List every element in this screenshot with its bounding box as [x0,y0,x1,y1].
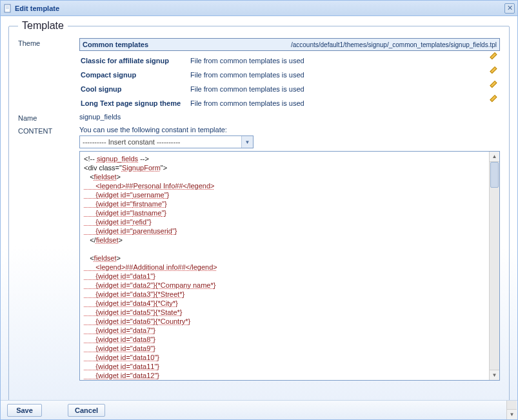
close-icon: ✕ [507,5,513,12]
theme-list: Classic for affiliate signup File from c… [79,54,500,110]
content-row: CONTENT You can use the following consta… [18,126,500,381]
selected-theme-path: /accounts/default1/themes/signup/_common… [291,41,497,48]
edit-template-window: Edit template ✕ Template Theme Common te… [0,0,518,420]
scroll-up-button[interactable]: ▲ [490,152,499,162]
edit-theme-button[interactable] [484,98,499,108]
theme-item-name: Compact signup [81,71,190,79]
window-title: Edit template [15,5,504,12]
scroll-track[interactable] [490,162,499,370]
svg-rect-1 [6,6,9,6]
document-icon [3,4,12,13]
cancel-button[interactable]: Cancel [68,404,105,417]
theme-item-file: File from common templates is used [190,57,484,65]
footer: Save Cancel ▼ [1,400,517,419]
edit-theme-button[interactable] [484,84,499,94]
theme-item[interactable]: Long Text page signup theme File from co… [79,96,500,110]
theme-item[interactable]: Compact signup File from common template… [79,68,500,82]
edit-theme-button[interactable] [484,70,499,80]
svg-rect-2 [6,7,9,8]
pencil-icon [490,98,499,107]
selected-theme-box[interactable]: Common templates /accounts/default1/them… [79,38,500,51]
scroll-down-button[interactable]: ▼ [490,370,499,380]
close-button[interactable]: ✕ [504,3,515,14]
outer-scrollbar[interactable]: ▼ [506,401,517,419]
window-body: Template Theme Common templates /account… [1,16,517,400]
theme-item[interactable]: Cool signup File from common templates i… [79,82,500,96]
theme-item-file: File from common templates is used [190,85,484,93]
editor-scrollbar[interactable]: ▲ ▼ [489,152,499,380]
theme-item-name: Classic for affiliate signup [81,57,190,65]
theme-row: Theme Common templates /accounts/default… [18,38,500,110]
save-button[interactable]: Save [7,404,42,417]
svg-rect-3 [6,8,9,9]
theme-item-name: Long Text page signup theme [81,99,190,107]
name-value: signup_fields [79,113,500,121]
scroll-thumb[interactable] [490,162,499,188]
template-fieldset: Template Theme Common templates /account… [8,20,510,400]
pencil-icon [490,55,499,65]
insert-constant-select[interactable]: ---------- Insert constant ---------- ▼ [79,135,254,148]
constant-hint: You can use the following constant in te… [79,126,500,134]
select-value: ---------- Insert constant ---------- [83,138,181,146]
theme-item-file: File from common templates is used [190,99,484,107]
scroll-down-icon[interactable]: ▼ [507,409,517,419]
name-label: Name [18,113,79,122]
theme-item-name: Cool signup [81,85,190,93]
titlebar: Edit template ✕ [1,1,517,16]
pencil-icon [490,84,499,93]
theme-item-file: File from common templates is used [190,71,484,79]
template-code-editor[interactable]: <!-- signup_fields --> <div class="Signu… [79,151,500,381]
fieldset-legend: Template [18,20,68,32]
content-label: CONTENT [18,126,79,135]
name-row: Name signup_fields [18,113,500,122]
edit-theme-button[interactable] [484,55,499,66]
code-text[interactable]: <!-- signup_fields --> <div class="Signu… [80,152,489,380]
pencil-icon [490,70,499,79]
theme-item[interactable]: Classic for affiliate signup File from c… [79,54,500,68]
selected-theme-name: Common templates [83,41,148,48]
chevron-down-icon: ▼ [241,136,253,148]
theme-label: Theme [18,38,79,47]
